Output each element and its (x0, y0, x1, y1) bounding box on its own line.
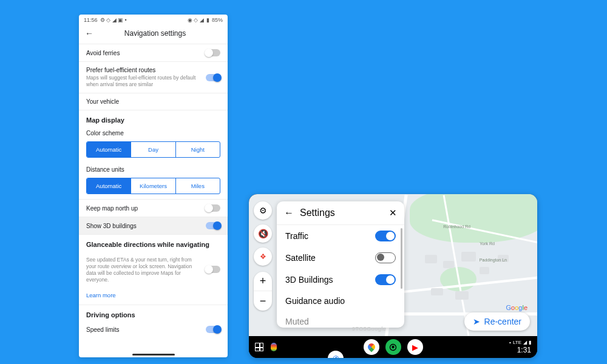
mute-button[interactable]: 🔇 (254, 224, 272, 243)
traffic-row[interactable]: Traffic (277, 225, 404, 247)
google-logo: Google (506, 304, 527, 311)
fuel-efficient-toggle[interactable] (206, 74, 220, 81)
driving-options-section: Driving options (79, 305, 228, 321)
muted-row: Muted (277, 311, 404, 328)
guidance-audio-label: Guidance audio (285, 296, 345, 306)
recenter-button[interactable]: ➤ Re-center (464, 312, 530, 331)
fuel-efficient-row[interactable]: Prefer fuel-efficient routes Maps will s… (79, 61, 228, 93)
color-scheme-automatic[interactable]: Automatic (87, 142, 131, 157)
map-tools-sidebar: ⚙ 🔇 ❖ + − (254, 201, 272, 311)
panel-scrollbar[interactable] (401, 228, 402, 289)
map-building (431, 288, 443, 295)
learn-more-link[interactable]: Learn more (79, 288, 228, 305)
color-scheme-label: Color scheme (79, 126, 228, 139)
map-road-label: Robinhood Rd (443, 224, 470, 229)
compass-button[interactable]: ❖ (254, 248, 272, 266)
glanceable-toggle[interactable] (206, 266, 220, 273)
glanceable-sub: See updated ETAs & your next turn, right… (86, 257, 195, 283)
3d-buildings-toggle[interactable] (375, 274, 396, 285)
guidance-audio-row[interactable]: Guidance audio (277, 291, 404, 311)
traffic-toggle[interactable] (375, 231, 396, 241)
keep-north-toggle[interactable] (206, 204, 220, 212)
show-3d-row[interactable]: Show 3D buildings (79, 217, 228, 234)
show-3d-label: Show 3D buildings (86, 223, 137, 229)
distance-units-automatic[interactable]: Automatic (87, 178, 131, 194)
avoid-ferries-toggle[interactable] (206, 49, 220, 56)
signal-icon: ◢ (523, 340, 527, 345)
recenter-label: Re-center (484, 317, 521, 326)
speaker-muted-icon: 🔇 (258, 229, 268, 238)
phone-settings-screen: 11:56 ⚙ ◇ ◢ ▣ • ◉ ◇ ◢ ▮ 85% ← Navigation… (79, 15, 228, 357)
your-vehicle-label: Your vehicle (86, 98, 119, 105)
distance-units-kilometers[interactable]: Kilometers (131, 178, 175, 194)
maps-app-icon[interactable] (364, 339, 379, 355)
keep-north-label: Keep map north up (86, 205, 138, 212)
fuel-efficient-label: Prefer fuel-efficient routes (86, 67, 206, 73)
3d-buildings-row[interactable]: 3D Buildings (277, 269, 404, 291)
panel-close-icon[interactable]: ✕ (389, 207, 397, 218)
assistant-mic-icon[interactable] (271, 343, 277, 351)
status-icons-left: ⚙ ◇ ◢ ▣ • (100, 17, 127, 23)
compass-icon: ❖ (260, 252, 266, 261)
map-area[interactable]: Robinhood Rd Paddington Ln York Rd ⚙ 🔇 ❖… (249, 194, 537, 337)
battery-icon: ▮ (206, 17, 209, 23)
color-scheme-segmented: Automatic Day Night (86, 141, 220, 158)
android-auto-screen: Robinhood Rd Paddington Ln York Rd ⚙ 🔇 ❖… (249, 194, 537, 358)
speed-limits-label: Speed limits (86, 326, 119, 333)
gesture-handle[interactable] (132, 354, 175, 356)
map-display-section: Map display (79, 110, 228, 126)
color-scheme-day[interactable]: Day (131, 142, 175, 157)
show-3d-toggle[interactable] (206, 222, 220, 229)
watermark: 9TO5Google (352, 326, 386, 332)
maps-pin-icon (366, 342, 376, 352)
dock-time: 1:31 (517, 346, 531, 354)
satellite-row[interactable]: Satellite (277, 247, 404, 269)
settings-panel: ← Settings ✕ Traffic Satellite 3D Buildi… (277, 201, 404, 328)
3d-buildings-label: 3D Buildings (285, 275, 333, 285)
map-building (455, 291, 469, 300)
status-bar: 11:56 ⚙ ◇ ◢ ▣ • ◉ ◇ ◢ ▮ 85% (79, 15, 228, 25)
page-title: Navigation settings (89, 29, 222, 38)
color-scheme-night[interactable]: Night (175, 142, 220, 157)
network-label: LTE (513, 340, 521, 345)
battery-icon: ▮ (529, 340, 531, 345)
keep-north-row[interactable]: Keep map north up (79, 199, 228, 217)
panel-back-icon[interactable]: ← (284, 207, 294, 218)
app-grid-icon[interactable] (255, 343, 263, 351)
youtube-music-app-icon[interactable]: ▶ (407, 339, 423, 355)
gear-icon: ⚙ (259, 206, 267, 215)
map-road-label: Paddington Ln (480, 258, 507, 262)
glanceable-row[interactable]: See updated ETAs & your next turn, right… (79, 251, 228, 288)
location-arrow-icon: ➤ (473, 317, 480, 326)
map-building (443, 261, 454, 268)
page-header: ← Navigation settings (79, 25, 228, 44)
avoid-ferries-label: Avoid ferries (86, 50, 120, 56)
panel-header: ← Settings ✕ (277, 201, 404, 225)
fuel-efficient-sub: Maps will suggest fuel-efficient routes … (86, 75, 206, 88)
speed-limits-toggle[interactable] (206, 326, 220, 333)
avoid-ferries-row[interactable]: Avoid ferries (79, 44, 228, 61)
map-building (461, 252, 476, 261)
zoom-in-button[interactable]: + (254, 272, 272, 291)
map-parkland (410, 194, 537, 243)
android-auto-dock: ⦿ ✆ ▶ • LTE ◢ ▮ 1:31 (249, 336, 537, 358)
speed-limits-row[interactable]: Speed limits (79, 321, 228, 338)
glanceable-section: Glanceable directions while navigating (79, 234, 228, 251)
map-building (425, 255, 437, 263)
your-vehicle-row[interactable]: Your vehicle (79, 93, 228, 110)
satellite-toggle[interactable] (375, 252, 396, 263)
traffic-label: Traffic (285, 231, 308, 241)
muted-label: Muted (285, 317, 309, 326)
satellite-label: Satellite (285, 253, 316, 263)
map-building (480, 267, 489, 274)
status-icons-right: ◉ ◇ ◢ (188, 17, 204, 23)
map-road-label: York Rd (480, 241, 495, 246)
settings-gear-button[interactable]: ⚙ (254, 201, 272, 220)
distance-units-miles[interactable]: Miles (175, 178, 220, 194)
panel-title: Settings (300, 207, 389, 218)
battery-percent: 85% (212, 17, 223, 23)
phone-app-icon[interactable]: ✆ (328, 351, 344, 358)
zoom-out-button[interactable]: − (254, 291, 272, 311)
dot-icon: • (509, 340, 511, 345)
spotify-app-icon[interactable]: ⦿ (385, 339, 401, 355)
